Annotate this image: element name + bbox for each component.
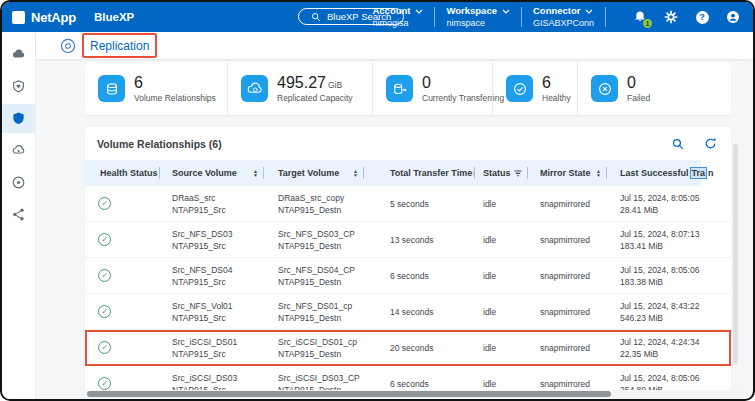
chevron-down-icon bbox=[585, 9, 593, 14]
sidebar-item-mobility[interactable] bbox=[2, 136, 35, 165]
table-title: Volume Relationships (6) bbox=[97, 138, 222, 150]
content: 6 Volume Relationships 495.27GiB Replica… bbox=[36, 59, 753, 399]
table-header-row: Health Status ↑ Source Volume ▲▼ Target … bbox=[85, 160, 731, 186]
sidebar-item-health[interactable] bbox=[2, 72, 35, 101]
account-menu-value: nimogisa bbox=[372, 18, 423, 28]
main-area: Replication 6 Volume Relationships bbox=[36, 32, 753, 399]
help-icon[interactable]: ? bbox=[694, 9, 710, 25]
chevron-down-icon bbox=[502, 9, 510, 14]
stat-value: 495.27 bbox=[277, 74, 326, 91]
sidebar-item-storage-canvas[interactable] bbox=[2, 40, 35, 69]
health-shield-icon bbox=[11, 79, 26, 94]
stat-currently-transferring: 0 Currently Transferring bbox=[372, 62, 492, 115]
top-right-controls: Account nimogisa Workspace nimspace Conn… bbox=[372, 6, 753, 28]
workspace-menu-value: nimspace bbox=[446, 18, 510, 28]
column-header-health-status[interactable]: Health Status ↑ bbox=[85, 160, 160, 186]
volume-relationships-card: Volume Relationships (6) Health Status bbox=[85, 127, 731, 394]
stat-replicated-capacity: 495.27GiB Replicated Capacity bbox=[227, 62, 372, 115]
settings-gear-icon[interactable] bbox=[663, 9, 679, 25]
page-title[interactable]: Replication bbox=[90, 39, 149, 53]
mobility-cloud-icon bbox=[11, 143, 26, 158]
canvas-cloud-icon bbox=[11, 47, 26, 62]
stat-label: Healthy bbox=[542, 93, 571, 103]
extend-target-icon bbox=[11, 175, 26, 190]
divider bbox=[605, 7, 606, 27]
share-nodes-icon bbox=[11, 207, 26, 222]
table-row[interactable]: ✓ Src_NFS_Vol01NTAP915_Src Src_NFS_DS01_… bbox=[85, 294, 731, 330]
sort-icon[interactable]: ▲▼ bbox=[596, 169, 601, 177]
app-window: NetApp BlueXP BlueXP Search Account nimo… bbox=[0, 0, 755, 401]
healthy-check-icon: ✓ bbox=[98, 197, 111, 210]
top-header: NetApp BlueXP BlueXP Search Account nimo… bbox=[2, 2, 753, 32]
brand: NetApp BlueXP bbox=[2, 10, 134, 25]
horizontal-scrollbar[interactable] bbox=[85, 390, 748, 398]
brand-name: NetApp bbox=[31, 10, 76, 25]
netapp-logo-icon bbox=[12, 11, 25, 24]
help-glyph: ? bbox=[699, 12, 705, 22]
stat-value: 0 bbox=[627, 74, 636, 91]
notification-badge: 1 bbox=[643, 19, 652, 28]
left-sidebar bbox=[2, 32, 36, 399]
connector-menu[interactable]: Connector GISABXPConn bbox=[533, 6, 594, 28]
table-search-icon[interactable] bbox=[672, 138, 684, 150]
table-row[interactable]: ✓ DRaaS_srcNTAP915_Src DRaaS_src_copyNTA… bbox=[85, 186, 731, 222]
failed-x-icon bbox=[591, 75, 618, 102]
table-body: ✓ DRaaS_srcNTAP915_Src DRaaS_src_copyNTA… bbox=[85, 186, 731, 394]
stat-label: Volume Relationships bbox=[134, 93, 216, 103]
workspace-menu-label: Workspace bbox=[446, 6, 497, 16]
stat-failed: 0 Failed bbox=[577, 62, 731, 115]
healthy-check-icon: ✓ bbox=[98, 269, 111, 282]
workspace-menu[interactable]: Workspace nimspace bbox=[446, 6, 510, 28]
annotation-box-breadcrumb: Replication bbox=[82, 33, 157, 58]
volumes-stack-icon bbox=[98, 75, 125, 102]
stat-volume-relationships: 6 Volume Relationships bbox=[85, 62, 227, 115]
table-row[interactable]: ✓ Src_NFS_DS03NTAP915_Src Src_NFS_DS03_C… bbox=[85, 222, 731, 258]
table-row[interactable]: ✓ Src_NFS_DS04NTAP915_Src Src_NFS_DS04_C… bbox=[85, 258, 731, 294]
replication-icon bbox=[60, 38, 76, 54]
sidebar-item-governance[interactable] bbox=[2, 200, 35, 229]
product-name: BlueXP bbox=[94, 11, 134, 23]
stat-value: 0 bbox=[422, 74, 431, 91]
cloud-sync-icon bbox=[241, 75, 268, 102]
column-header-mirror-state[interactable]: Mirror State ▲▼ bbox=[528, 160, 607, 186]
divider bbox=[521, 7, 522, 27]
stat-value: 6 bbox=[134, 74, 143, 91]
column-header-last-successful-transfer[interactable]: Last Successful Tran bbox=[607, 160, 731, 186]
sort-icon[interactable]: ▲▼ bbox=[353, 169, 358, 177]
column-header-total-transfer-time[interactable]: Total Transfer Time ▲▼ bbox=[364, 160, 475, 186]
text-selection-highlight: Tra bbox=[690, 167, 708, 179]
chevron-down-icon bbox=[415, 9, 423, 14]
sort-icon[interactable]: ▲▼ bbox=[253, 169, 258, 177]
sidebar-item-extend[interactable] bbox=[2, 168, 35, 197]
horizontal-scrollbar-thumb[interactable] bbox=[87, 391, 611, 397]
user-profile-icon[interactable] bbox=[725, 9, 741, 25]
table-row-annotated[interactable]: ✓ Src_iSCSI_DS01NTAP915_Src Src_iSCSI_DS… bbox=[85, 330, 731, 366]
connector-menu-value: GISABXPConn bbox=[533, 18, 594, 28]
sidebar-item-protection[interactable] bbox=[2, 104, 35, 133]
stat-label: Replicated Capacity bbox=[277, 93, 353, 103]
transfer-volume-icon bbox=[386, 75, 413, 102]
healthy-check-icon: ✓ bbox=[98, 377, 111, 390]
filter-icon[interactable] bbox=[514, 170, 522, 177]
breadcrumb: Replication bbox=[36, 32, 753, 59]
divider bbox=[434, 7, 435, 27]
healthy-check-icon: ✓ bbox=[98, 233, 111, 246]
stat-value: 6 bbox=[542, 74, 551, 91]
column-header-target-volume[interactable]: Target Volume ▲▼ bbox=[264, 160, 364, 186]
healthy-check-icon: ✓ bbox=[98, 341, 111, 354]
summary-card: 6 Volume Relationships 495.27GiB Replica… bbox=[85, 62, 731, 115]
healthy-check-icon bbox=[506, 75, 533, 102]
search-icon bbox=[311, 12, 321, 22]
table-refresh-icon[interactable] bbox=[704, 137, 717, 150]
column-header-source-volume[interactable]: Source Volume ▲▼ bbox=[160, 160, 264, 186]
vertical-scrollbar[interactable] bbox=[733, 144, 738, 364]
connector-menu-label: Connector bbox=[533, 6, 581, 16]
healthy-check-icon: ✓ bbox=[98, 305, 111, 318]
stat-healthy: 6 Healthy bbox=[492, 62, 577, 115]
column-header-status[interactable]: Status bbox=[475, 160, 528, 186]
stat-label: Failed bbox=[627, 93, 650, 103]
protection-shield-icon bbox=[11, 111, 26, 126]
notifications-bell-icon[interactable]: 1 bbox=[632, 9, 648, 25]
